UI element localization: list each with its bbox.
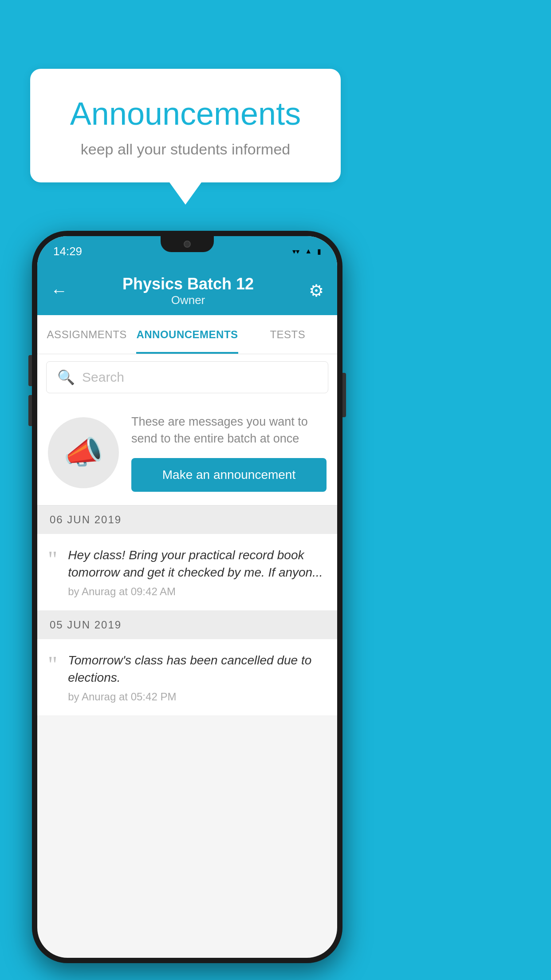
quote-icon-1: ": [48, 548, 57, 571]
battery-icon: ▮: [317, 247, 321, 256]
status-bar: 14:29 ▾▾ ▲ ▮: [37, 236, 337, 266]
signal-icon: ▲: [305, 247, 312, 255]
announcement-item-1[interactable]: " Hey class! Bring your practical record…: [37, 534, 337, 611]
tabs-bar: ASSIGNMENTS ANNOUNCEMENTS TESTS: [37, 315, 337, 354]
tab-tests[interactable]: TESTS: [238, 315, 337, 354]
header-subtitle: Owner: [122, 293, 254, 307]
volume-down-button: [28, 395, 32, 426]
search-placeholder: Search: [82, 370, 124, 385]
settings-icon[interactable]: ⚙: [309, 281, 324, 300]
app-header: ← Physics Batch 12 Owner ⚙: [37, 266, 337, 315]
announcement-promo-description: These are messages you want to send to t…: [131, 414, 327, 447]
search-container: 🔍 Search: [37, 354, 337, 400]
phone-screen: 14:29 ▾▾ ▲ ▮ ← Physics Batch 12 Owner ⚙: [37, 236, 337, 958]
phone-frame: 14:29 ▾▾ ▲ ▮ ← Physics Batch 12 Owner ⚙: [32, 231, 342, 963]
announcement-message-1: Hey class! Bring your practical record b…: [68, 546, 327, 581]
header-title-block: Physics Batch 12 Owner: [122, 275, 254, 307]
status-icons: ▾▾ ▲ ▮: [292, 247, 321, 256]
speech-bubble-title: Announcements: [52, 95, 319, 132]
search-bar[interactable]: 🔍 Search: [46, 361, 328, 393]
status-time: 14:29: [53, 245, 82, 258]
announcement-item-2[interactable]: " Tomorrow's class has been cancelled du…: [37, 639, 337, 716]
date-separator-1: 06 JUN 2019: [37, 506, 337, 534]
power-button: [342, 373, 346, 417]
announcement-message-2: Tomorrow's class has been cancelled due …: [68, 652, 327, 686]
header-title: Physics Batch 12: [122, 275, 254, 293]
speech-bubble-subtitle: keep all your students informed: [52, 141, 319, 158]
make-announcement-button[interactable]: Make an announcement: [131, 458, 327, 492]
wifi-icon: ▾▾: [292, 247, 299, 256]
megaphone-circle: 📣: [48, 417, 119, 488]
announcement-content-2: Tomorrow's class has been cancelled due …: [68, 652, 327, 703]
announcement-content-1: Hey class! Bring your practical record b…: [68, 546, 327, 598]
announcement-meta-1: by Anurag at 09:42 AM: [68, 585, 327, 598]
date-separator-2: 05 JUN 2019: [37, 611, 337, 639]
search-icon: 🔍: [57, 369, 75, 386]
notch: [161, 236, 214, 252]
phone-wrapper: 14:29 ▾▾ ▲ ▮ ← Physics Batch 12 Owner ⚙: [32, 231, 342, 963]
announcement-meta-2: by Anurag at 05:42 PM: [68, 691, 327, 703]
announcement-promo: 📣 These are messages you want to send to…: [37, 400, 337, 506]
back-button[interactable]: ←: [51, 281, 67, 300]
speech-bubble-arrow: [169, 182, 201, 205]
speech-bubble-wrapper: Announcements keep all your students inf…: [30, 69, 341, 205]
tab-announcements[interactable]: ANNOUNCEMENTS: [136, 315, 238, 354]
front-camera: [184, 241, 191, 248]
announcement-promo-right: These are messages you want to send to t…: [131, 414, 327, 492]
speech-bubble-card: Announcements keep all your students inf…: [30, 69, 341, 182]
volume-up-button: [28, 355, 32, 386]
tab-assignments[interactable]: ASSIGNMENTS: [37, 315, 136, 354]
quote-icon-2: ": [48, 653, 57, 676]
megaphone-icon: 📣: [63, 434, 103, 471]
